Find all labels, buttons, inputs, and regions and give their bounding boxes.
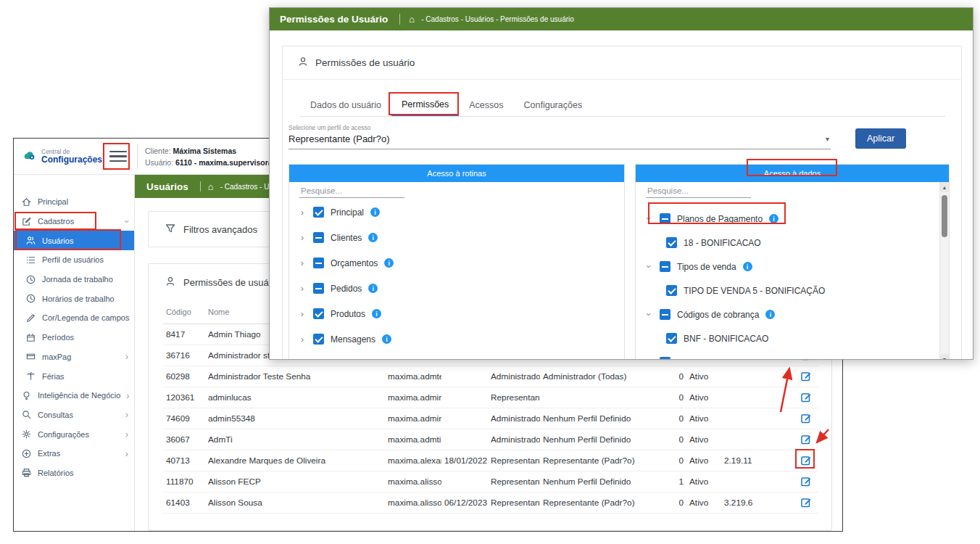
home-icon[interactable] [409,15,415,24]
edit-user-button[interactable] [800,434,812,444]
checkbox[interactable] [313,308,324,319]
checkbox[interactable] [666,333,677,344]
tab-dados-do-usuario[interactable]: Dados do usuário [300,94,391,116]
checkbox[interactable] [660,309,670,320]
tree-group-planos-de-pagamento[interactable]: Planos de Pagamento [644,207,949,231]
tree-item-18-bonificacao[interactable]: 18 - BONIFICACAO [644,231,949,255]
sidebar-item-cor-legenda-de-campos[interactable]: Cor/Legenda de campos [14,308,134,328]
sidebar-item-relatorios[interactable]: Relatórios [14,463,134,483]
sidebar-item-extras[interactable]: Extras [14,444,134,463]
info-icon[interactable] [368,284,378,293]
person-icon [165,276,176,289]
tree-group-tipos-de-venda[interactable]: Tipos de venda [644,255,949,279]
checkbox[interactable] [666,237,677,248]
chevron-right-icon[interactable] [298,309,307,318]
sidebar-item-cadastros[interactable]: Cadastros [14,212,134,231]
tree-group-codigos-de-cobranca[interactable]: Códigos de cobrança [644,302,949,326]
scroll-down-button[interactable] [940,354,949,360]
chevron-down-icon[interactable] [644,263,654,271]
tab-configuracoes[interactable]: Configurações [514,94,593,116]
tab-permissoes[interactable]: Permissões [391,94,459,116]
edit-user-button[interactable] [800,413,812,423]
checkbox[interactable] [313,232,324,243]
sidebar: Principal Cadastros Usuários Perfil de u… [14,175,135,531]
edit-user-button[interactable] [800,455,812,465]
checkbox[interactable] [313,283,324,294]
info-icon[interactable] [769,214,778,223]
chevron-right-icon[interactable] [298,334,307,344]
tree-item-consultas[interactable]: Consultas [298,352,624,360]
routines-search-input[interactable] [299,184,404,198]
checkbox[interactable] [313,334,324,345]
chevron-down-icon[interactable] [644,215,654,223]
data-search-input[interactable] [646,184,751,198]
sidebar-item-periodos[interactable]: Períodos [14,328,134,347]
tree-group-partially-visible[interactable] [644,350,949,360]
sidebar-item-perfil-de-usuarios[interactable]: Perfil de usuários [14,250,134,270]
checkbox[interactable] [313,359,324,360]
chevron-down-icon [122,220,131,223]
home-icon[interactable] [208,182,214,191]
sidebar-item-horarios-de-trabalho[interactable]: Horários de trabalho [14,289,134,308]
tree-item-pedidos[interactable]: Pedidos [298,276,624,301]
scrollbar-thumb[interactable] [942,195,947,237]
sidebar-item-configuracoes[interactable]: Configurações [14,424,134,444]
sidebar-item-principal[interactable]: Principal [14,192,134,212]
list-icon [25,255,36,265]
chevron-right-icon[interactable] [298,233,307,242]
sidebar-item-consultas[interactable]: Consultas [14,405,134,425]
table-row[interactable]: 36067AdmTimaxima.admtiAdministradorNenhu… [163,429,818,450]
apply-button[interactable]: Aplicar [855,128,906,149]
tree-item-bnf-bonificacao[interactable]: BNF - BONIFICACAO [644,326,949,350]
sidebar-item-jornada-de-trabalho[interactable]: Jornada de trabalho [14,270,134,289]
table-row[interactable]: 60298Administrador Teste Senhamaxima.adm… [163,366,818,387]
scroll-up-button[interactable] [940,182,949,192]
data-panel-header: Acesso à dados [636,165,949,182]
table-row[interactable]: 120361adminlucasmaxima.adminlucasReprese… [163,387,818,408]
tree-item-clientes[interactable]: Clientes [298,225,624,250]
info-icon[interactable] [743,262,752,271]
chevron-down-icon[interactable] [644,310,654,319]
sidebar-item-ferias[interactable]: Férias [14,366,134,386]
chevron-right-icon[interactable] [298,284,307,293]
sidebar-item-maxpag[interactable]: maxPag [14,347,134,367]
printer-icon [21,467,32,478]
checkbox[interactable] [660,261,670,272]
info-icon[interactable] [382,334,391,344]
sidebar-item-usuarios[interactable]: Usuários [14,231,134,250]
info-icon[interactable] [368,233,378,242]
tree-item-tipo-de-venda-5[interactable]: TIPO DE VENDA 5 - BONIFICAÇÃO [644,279,949,302]
tree-item-produtos[interactable]: Produtos [298,301,624,326]
edit-user-button[interactable] [800,371,812,381]
tree-item-principal[interactable]: Principal [298,199,624,225]
sidebar-item-inteligencia-de-negocio[interactable]: Inteligência de Negócio [14,386,134,405]
edit-user-button[interactable] [800,476,812,486]
info-icon[interactable] [765,310,775,319]
chevron-right-icon[interactable] [298,258,307,268]
info-icon[interactable] [372,309,381,318]
chevron-right-icon[interactable] [298,207,307,217]
topbar-divider [137,144,138,170]
table-row[interactable]: 61403Alisson Sousamaxima.alisson.sousa06… [163,492,818,513]
table-row[interactable]: 111870Alisson FECPmaxima.alisson.fecpRep… [163,471,818,492]
table-row[interactable]: 74609admin55348maxima.admin55348Administ… [163,408,818,429]
select-value: Representante (Padr?o) [288,133,389,144]
info-icon[interactable] [370,207,380,217]
checkbox[interactable] [313,257,324,268]
col-header-codigo[interactable]: Código [163,300,205,323]
dropdown-caret-icon[interactable] [826,135,829,143]
checkbox[interactable] [666,285,677,296]
checkbox[interactable] [660,357,670,360]
info-icon[interactable] [384,258,394,268]
menu-toggle-button[interactable] [109,151,127,162]
edit-user-button[interactable] [800,497,812,507]
tree-item-mensagens[interactable]: Mensagens [298,326,624,352]
access-profile-select[interactable]: Selecione um perfil de acesso Representa… [288,124,831,149]
checkbox[interactable] [660,213,670,224]
tree-item-orcamentos[interactable]: Orçamentos [298,250,624,276]
checkbox[interactable] [313,207,324,218]
vertical-scrollbar[interactable] [939,182,949,360]
tab-acessos[interactable]: Acessos [459,94,513,116]
table-row-alexandre[interactable]: 40713Alexandre Marques de Oliveiramaxima… [163,450,818,471]
edit-user-button[interactable] [800,392,812,402]
